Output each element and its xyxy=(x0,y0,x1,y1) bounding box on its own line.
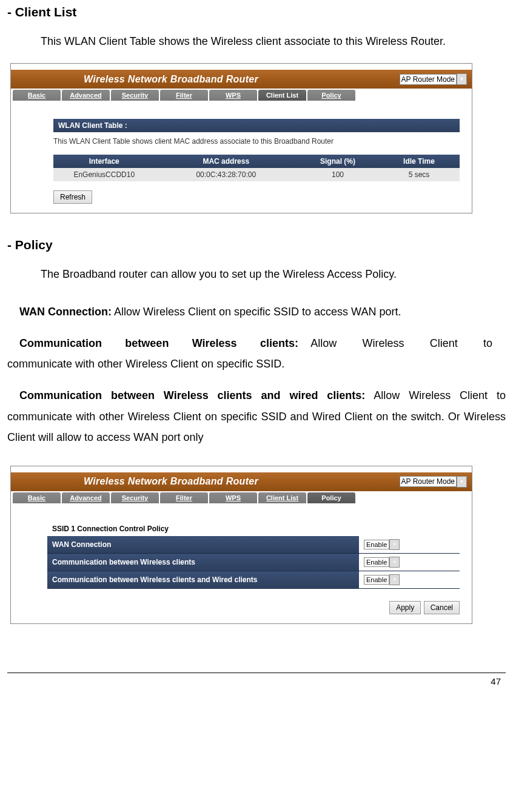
wlan-section-bar: WLAN Client Table : xyxy=(53,119,460,132)
cell-idle: 5 secs xyxy=(378,168,460,181)
tab-wps[interactable]: WPS xyxy=(209,492,257,503)
policy-section-title: SSID 1 Connection Control Policy xyxy=(47,522,460,536)
wan-connection-def: WAN Connection: Allow Wireless Client on… xyxy=(7,301,506,322)
chevron-down-icon[interactable]: ▼ xyxy=(457,73,467,85)
tab-wps[interactable]: WPS xyxy=(209,90,257,101)
col-interface: Interface xyxy=(53,155,155,168)
comm-wired-def: Communication between Wireless clients a… xyxy=(7,385,506,448)
apply-button[interactable]: Apply xyxy=(389,601,421,614)
chevron-down-icon[interactable]: ▼ xyxy=(389,557,400,568)
chevron-down-icon[interactable]: ▼ xyxy=(457,476,467,488)
policy-wireless-label: Communication between Wireless clients xyxy=(47,553,359,571)
tab-basic[interactable]: Basic xyxy=(13,492,61,503)
policy-wan-label: WAN Connection xyxy=(47,536,359,554)
cell-interface: EnGeniusCCDD10 xyxy=(53,168,155,181)
client-list-intro: This WLAN Client Table shows the Wireles… xyxy=(22,32,506,51)
heading-client-list: - Client List xyxy=(7,5,506,19)
chevron-down-icon[interactable]: ▼ xyxy=(389,539,400,550)
col-signal: Signal (%) xyxy=(297,155,378,168)
mode-dropdown[interactable]: AP Router Mode ▼ xyxy=(400,73,468,85)
table-row: EnGeniusCCDD10 00:0C:43:28:70:00 100 5 s… xyxy=(53,168,460,181)
cancel-button[interactable]: Cancel xyxy=(424,601,460,614)
wireless-enable-dropdown[interactable]: Enable ▼ xyxy=(364,557,455,568)
comm-wireless-def: Communication between Wireless clients: … xyxy=(7,333,506,374)
tab-basic[interactable]: Basic xyxy=(13,90,61,101)
refresh-button[interactable]: Refresh xyxy=(53,190,92,204)
col-idle: Idle Time xyxy=(378,155,460,168)
tab-advanced[interactable]: Advanced xyxy=(62,492,110,503)
tab-advanced[interactable]: Advanced xyxy=(62,90,110,101)
heading-policy: - Policy xyxy=(7,238,506,252)
cell-mac: 00:0C:43:28:70:00 xyxy=(155,168,298,181)
cell-signal: 100 xyxy=(297,168,378,181)
tab-client-list[interactable]: Client List xyxy=(258,492,306,503)
policy-table: SSID 1 Connection Control Policy WAN Con… xyxy=(47,522,460,589)
wired-enable-dropdown[interactable]: Enable ▼ xyxy=(364,574,455,585)
tab-security[interactable]: Security xyxy=(111,492,159,503)
tab-filter[interactable]: Filter xyxy=(160,90,208,101)
col-mac: MAC address xyxy=(155,155,298,168)
router-title: Wireless Network Broadband Router xyxy=(84,476,258,487)
router-ui-client-list: Wireless Network Broadband Router AP Rou… xyxy=(10,63,472,213)
tab-filter[interactable]: Filter xyxy=(160,492,208,503)
wlan-desc: This WLAN Client Table shows client MAC … xyxy=(53,137,460,146)
chevron-down-icon[interactable]: ▼ xyxy=(389,574,400,585)
mode-value: AP Router Mode xyxy=(400,74,457,85)
wan-enable-dropdown[interactable]: Enable ▼ xyxy=(364,539,455,550)
router-ui-policy: Wireless Network Broadband Router AP Rou… xyxy=(10,466,472,624)
mode-value: AP Router Mode xyxy=(400,476,457,487)
client-table: Interface MAC address Signal (%) Idle Ti… xyxy=(53,155,460,181)
policy-intro: The Broadband router can allow you to se… xyxy=(22,264,506,284)
tab-policy[interactable]: Policy xyxy=(307,90,355,101)
page-number: 47 xyxy=(0,673,513,693)
tab-client-list[interactable]: Client List xyxy=(258,90,306,101)
policy-wired-label: Communication between Wireless clients a… xyxy=(47,571,359,588)
tab-policy[interactable]: Policy xyxy=(307,492,355,503)
router-title: Wireless Network Broadband Router xyxy=(84,74,258,85)
tab-security[interactable]: Security xyxy=(111,90,159,101)
mode-dropdown[interactable]: AP Router Mode ▼ xyxy=(400,476,468,488)
